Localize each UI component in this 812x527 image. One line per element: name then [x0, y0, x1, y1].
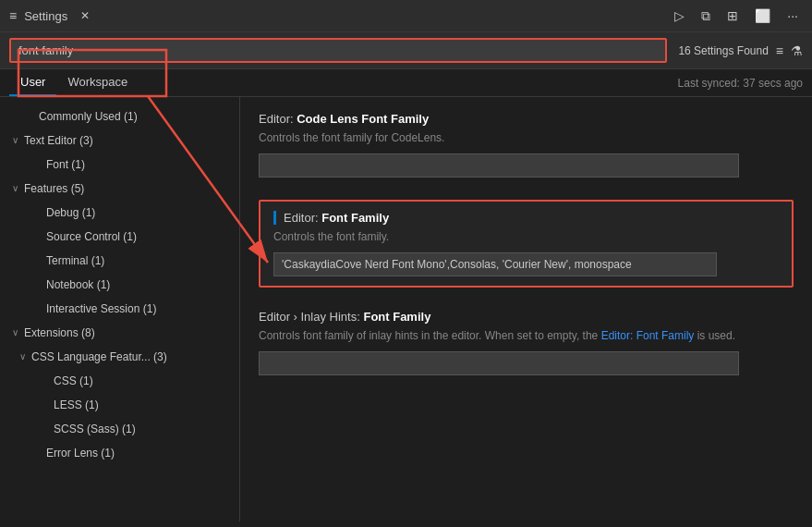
close-tab-button[interactable]: ✕	[75, 7, 95, 24]
setting-inlay-hints-font-family: Editor › Inlay Hints: Font Family Contro…	[259, 310, 794, 375]
sidebar-item-label: CSS Language Featur... (3)	[30, 347, 239, 367]
toggle-layout-icon[interactable]: ⬜	[750, 6, 775, 26]
results-count: 16 Settings Found	[678, 44, 768, 57]
title-bar-actions: ▷ ⧉ ⊞ ⬜ ···	[670, 6, 803, 27]
chevron-down-icon: ∨	[7, 178, 22, 199]
run-icon[interactable]: ▷	[670, 6, 689, 26]
search-input[interactable]	[11, 40, 665, 61]
search-input-wrapper	[9, 38, 667, 63]
sidebar-item-label: Font (1)	[44, 154, 239, 175]
setting-codelens-font-family: Editor: Code Lens Font Family Controls t…	[259, 112, 794, 178]
sidebar-item-css-language-features[interactable]: ∨ CSS Language Featur... (3)	[0, 345, 239, 369]
chevron-down-icon: ∨	[15, 347, 30, 367]
setting-inlay-hints-description: Controls font family of inlay hints in t…	[259, 327, 794, 344]
sidebar-item-label: SCSS (Sass) (1)	[52, 419, 239, 439]
sidebar: Commonly Used (1) ∨ Text Editor (3) Font…	[0, 97, 240, 521]
setting-font-family-title-prefix: Editor:	[284, 211, 321, 225]
setting-font-family-title: Editor: Font Family	[273, 211, 779, 225]
sidebar-item-scss[interactable]: SCSS (Sass) (1)	[0, 417, 239, 441]
setting-inlay-hints-title-prefix: Editor › Inlay Hints:	[259, 310, 363, 324]
more-actions-icon[interactable]: ···	[782, 6, 803, 26]
setting-font-family-title-bold: Font Family	[321, 211, 389, 225]
settings-title: Settings	[24, 9, 67, 23]
sidebar-item-label: Terminal (1)	[44, 251, 239, 271]
sidebar-item-label: CSS (1)	[52, 371, 239, 391]
sidebar-item-label: Source Control (1)	[44, 227, 239, 247]
tabs-bar: User Workspace Last synced: 37 secs ago	[0, 69, 812, 97]
setting-font-family-description: Controls the font family.	[273, 228, 779, 245]
content-area: Editor: Code Lens Font Family Controls t…	[240, 97, 812, 521]
sidebar-item-label: Extensions (8)	[22, 323, 239, 343]
clear-sort-icon[interactable]: ≡	[776, 43, 783, 58]
chevron-down-icon: ∨	[7, 130, 22, 151]
setting-inlay-hints-link[interactable]: Editor: Font Family	[601, 329, 695, 342]
chevron-down-icon: ∨	[7, 323, 22, 343]
tab-user[interactable]: User	[9, 69, 56, 96]
setting-inlay-hints-desc-suffix: is used.	[694, 329, 735, 342]
sidebar-item-label: Features (5)	[22, 178, 239, 199]
sidebar-item-debug[interactable]: Debug (1)	[0, 201, 239, 225]
sync-status: Last synced: 37 secs ago	[678, 77, 803, 90]
sidebar-item-font[interactable]: Font (1)	[0, 153, 239, 177]
setting-codelens-title: Editor: Code Lens Font Family	[259, 112, 794, 126]
title-bar-left: ≡ Settings ✕	[9, 7, 95, 24]
setting-editor-font-family: Editor: Font Family Controls the font fa…	[259, 200, 794, 288]
sidebar-item-label: LESS (1)	[52, 395, 239, 415]
filter-icon[interactable]: ⚗	[791, 43, 803, 58]
sidebar-item-extensions[interactable]: ∨ Extensions (8)	[0, 321, 239, 345]
setting-codelens-title-prefix: Editor:	[259, 112, 297, 126]
sidebar-item-terminal[interactable]: Terminal (1)	[0, 249, 239, 273]
sidebar-item-less[interactable]: LESS (1)	[0, 393, 239, 417]
search-results-info: 16 Settings Found ≡ ⚗	[678, 43, 803, 58]
setting-codelens-title-bold: Code Lens Font Family	[297, 112, 429, 126]
title-bar: ≡ Settings ✕ ▷ ⧉ ⊞ ⬜ ···	[0, 0, 812, 32]
sidebar-item-commonly-used[interactable]: Commonly Used (1)	[0, 104, 239, 129]
tabs-list: User Workspace	[9, 69, 139, 96]
setting-codelens-description: Controls the font family for CodeLens.	[259, 129, 794, 146]
main-layout: Commonly Used (1) ∨ Text Editor (3) Font…	[0, 97, 812, 521]
sidebar-item-label: Commonly Used (1)	[37, 106, 239, 127]
sidebar-item-label: Text Editor (3)	[22, 130, 239, 151]
setting-inlay-hints-title-bold: Font Family	[363, 310, 430, 324]
sidebar-item-text-editor[interactable]: ∨ Text Editor (3)	[0, 129, 239, 153]
editor-font-family-input[interactable]	[273, 252, 717, 276]
sidebar-item-features[interactable]: ∨ Features (5)	[0, 177, 239, 201]
sidebar-item-css[interactable]: CSS (1)	[0, 369, 239, 393]
sidebar-item-label: Debug (1)	[44, 202, 239, 223]
settings-menu-icon: ≡	[9, 8, 17, 23]
sidebar-item-source-control[interactable]: Source Control (1)	[0, 225, 239, 249]
sidebar-item-notebook[interactable]: Notebook (1)	[0, 273, 239, 297]
split-editor-icon[interactable]: ⊞	[722, 6, 743, 26]
codelens-font-family-input[interactable]	[259, 153, 739, 178]
sidebar-item-label: Error Lens (1)	[44, 443, 239, 463]
search-bar: 16 Settings Found ≡ ⚗	[0, 32, 812, 69]
setting-inlay-hints-desc-text: Controls font family of inlay hints in t…	[259, 329, 601, 342]
open-settings-icon[interactable]: ⧉	[697, 6, 715, 27]
sidebar-item-error-lens[interactable]: Error Lens (1)	[0, 441, 239, 465]
setting-inlay-hints-title: Editor › Inlay Hints: Font Family	[259, 310, 794, 324]
sidebar-item-label: Interactive Session (1)	[44, 299, 239, 319]
inlay-hints-font-family-input[interactable]	[259, 351, 739, 375]
sidebar-item-interactive-session[interactable]: Interactive Session (1)	[0, 297, 239, 321]
tab-workspace[interactable]: Workspace	[56, 69, 139, 96]
sidebar-item-label: Notebook (1)	[44, 275, 239, 295]
